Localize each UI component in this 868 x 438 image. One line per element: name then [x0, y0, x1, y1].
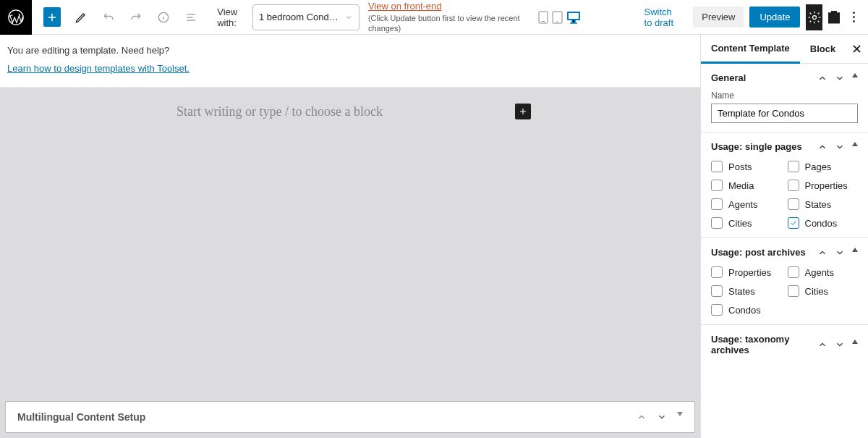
preview-button[interactable]: Preview: [693, 7, 744, 28]
chevron-up-icon[interactable]: [817, 340, 827, 350]
edit-icon[interactable]: [68, 4, 94, 30]
chevron-down-icon[interactable]: [657, 412, 667, 422]
outline-icon[interactable]: [178, 4, 204, 30]
tab-content-template[interactable]: Content Template: [701, 35, 800, 64]
sidebar-tabs: Content Template Block ✕: [701, 35, 868, 64]
checkbox-box[interactable]: [788, 217, 799, 229]
checkbox-properties[interactable]: Properties: [711, 266, 782, 278]
checkbox-box[interactable]: [711, 217, 723, 229]
chevron-up-icon[interactable]: [637, 412, 647, 422]
checkbox-label: Agents: [805, 267, 834, 278]
checkbox-label: Condos: [728, 305, 761, 316]
triangle-up-icon[interactable]: [852, 340, 858, 344]
checkbox-label: Cities: [805, 286, 829, 297]
checkbox-agents[interactable]: Agents: [711, 198, 782, 210]
checkbox-cities[interactable]: Cities: [711, 217, 782, 229]
checkbox-condos[interactable]: Condos: [711, 304, 782, 316]
checkbox-box[interactable]: [711, 285, 723, 297]
chevron-up-icon[interactable]: [817, 73, 827, 83]
panel-nav: [817, 142, 858, 152]
tablet-icon[interactable]: [552, 11, 563, 24]
add-block-button[interactable]: [43, 7, 61, 27]
checkbox-label: Agents: [728, 199, 757, 210]
panel-usage-archives: Usage: post archives PropertiesAgentsSta…: [701, 238, 868, 325]
multilingual-title: Multilingual Content Setup: [17, 411, 145, 423]
redo-icon[interactable]: [123, 4, 149, 30]
checkbox-label: States: [805, 199, 832, 210]
frontend-note: (Click Update button first to view the r…: [368, 13, 538, 34]
triangle-up-icon[interactable]: [852, 142, 858, 146]
checkbox-box[interactable]: [711, 161, 723, 172]
gear-icon: [807, 10, 822, 25]
panel-usage-single: Usage: single pages PostsPagesMediaPrope…: [701, 132, 868, 238]
tab-block[interactable]: Block: [800, 35, 846, 64]
name-field-input[interactable]: [711, 104, 858, 123]
multilingual-controls: [637, 412, 683, 422]
panel-nav: [817, 248, 858, 258]
undo-icon[interactable]: [95, 4, 122, 30]
triangle-down-icon[interactable]: [677, 412, 683, 416]
multilingual-panel[interactable]: Multilingual Content Setup: [5, 401, 695, 433]
checkbox-label: Cities: [728, 218, 752, 229]
view-frontend-link[interactable]: View on front-end: [368, 1, 442, 12]
checkbox-pages[interactable]: Pages: [788, 161, 859, 172]
view-with-select[interactable]: 1 bedroom Condo i…: [252, 4, 359, 30]
chevron-down-icon[interactable]: [835, 248, 845, 258]
checkbox-label: Posts: [728, 161, 752, 172]
checkbox-box[interactable]: [711, 266, 723, 278]
checkbox-box[interactable]: [788, 180, 799, 191]
checkbox-box[interactable]: [788, 285, 799, 297]
close-sidebar-button[interactable]: ✕: [851, 41, 862, 57]
checkbox-box[interactable]: [711, 304, 723, 316]
checkbox-states[interactable]: States: [788, 198, 859, 210]
device-preview: [538, 11, 581, 24]
learn-link[interactable]: Learn how to design templates with Tools…: [7, 63, 190, 74]
block-placeholder[interactable]: Start writing or type / to choose a bloc…: [10, 104, 515, 119]
panel-usage-tax-title: Usage: taxonomy archives: [711, 334, 817, 355]
settings-button[interactable]: [806, 4, 822, 30]
checkbox-box[interactable]: [788, 266, 799, 278]
switch-to-draft-link[interactable]: Switch to draft: [644, 7, 682, 28]
panel-usage-archives-title: Usage: post archives: [711, 247, 817, 258]
update-button[interactable]: Update: [749, 7, 800, 28]
info-strip: You are editing a template. Need help? L…: [0, 35, 700, 88]
checkbox-box[interactable]: [788, 198, 799, 210]
mobile-icon[interactable]: [538, 11, 548, 24]
more-menu-button[interactable]: [846, 12, 862, 22]
checkbox-agents[interactable]: Agents: [788, 266, 859, 278]
panel-general-title: General: [711, 72, 817, 83]
chevron-down-icon[interactable]: [835, 340, 845, 350]
svg-rect-7: [569, 13, 579, 19]
checkbox-properties[interactable]: Properties: [788, 180, 859, 191]
chevron-up-icon[interactable]: [817, 142, 827, 152]
panel-nav: [817, 340, 858, 350]
chevron-down-icon[interactable]: [835, 142, 845, 152]
settings-sidebar: Content Template Block ✕ General Name Us…: [700, 35, 868, 438]
panel-usage-tax: Usage: taxonomy archives: [701, 325, 868, 364]
inline-add-block-button[interactable]: [515, 104, 531, 119]
editor-canvas[interactable]: Start writing or type / to choose a bloc…: [0, 88, 700, 438]
view-with-value: 1 bedroom Condo i…: [259, 12, 340, 22]
panel-usage-single-title: Usage: single pages: [711, 141, 817, 152]
checkbox-label: Properties: [728, 267, 771, 278]
checkbox-cities[interactable]: Cities: [788, 285, 859, 297]
name-field-label: Name: [711, 90, 858, 101]
checkbox-states[interactable]: States: [711, 285, 782, 297]
checkbox-condos[interactable]: Condos: [788, 217, 859, 229]
checkbox-box[interactable]: [711, 198, 723, 210]
info-icon[interactable]: [150, 4, 176, 30]
checkbox-box[interactable]: [788, 161, 799, 172]
toolset-icon[interactable]: [828, 11, 840, 24]
triangle-up-icon[interactable]: [852, 73, 858, 77]
checkbox-label: Pages: [805, 161, 832, 172]
desktop-icon[interactable]: [566, 11, 581, 24]
checkbox-media[interactable]: Media: [711, 180, 782, 191]
chevron-down-icon[interactable]: [835, 73, 845, 83]
checkbox-posts[interactable]: Posts: [711, 161, 782, 172]
wordpress-logo[interactable]: [0, 0, 32, 35]
checkbox-box[interactable]: [711, 180, 723, 191]
triangle-up-icon[interactable]: [852, 248, 858, 252]
view-with-label: View with:: [217, 7, 245, 28]
chevron-up-icon[interactable]: [817, 248, 827, 258]
checkbox-label: States: [728, 286, 755, 297]
